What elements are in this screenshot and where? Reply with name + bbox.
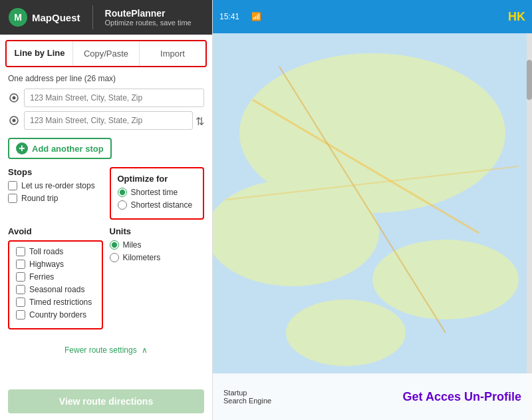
round-trip-row: Round trip [8, 194, 103, 203]
view-route-directions-button[interactable]: View route directions [8, 389, 204, 413]
map-signal-icon: 📶 [251, 12, 261, 21]
avoid-units-section: Avoid Toll roads Highways Ferries [8, 226, 204, 336]
header-divider [92, 5, 93, 29]
ferries-row: Ferries [16, 272, 95, 282]
fewer-settings-arrow: ∧ [142, 345, 148, 355]
ferries-checkbox[interactable] [16, 272, 25, 282]
optimize-column: Optimize for Shortest time Shortest dist… [110, 167, 205, 220]
mapquest-logo-icon: M [8, 7, 28, 27]
shortest-distance-label: Shortest distance [131, 200, 193, 210]
timed-restrictions-label: Timed restrictions [29, 298, 92, 307]
scrollbar-track [527, 33, 532, 420]
optimize-title: Optimize for [118, 174, 197, 184]
highways-row: Highways [16, 260, 95, 269]
panel-body: One address per line (26 max) [0, 67, 212, 389]
toll-roads-checkbox[interactable] [16, 247, 25, 256]
reorder-stops-label: Let us re-order stops [21, 181, 95, 190]
timed-restrictions-checkbox[interactable] [16, 298, 25, 307]
tab-import[interactable]: Import [140, 41, 205, 66]
destination-icon [8, 114, 20, 126]
toll-roads-row: Toll roads [16, 247, 95, 256]
swap-icon[interactable]: ⇅ [196, 115, 204, 128]
fewer-settings-label: Fewer route settings [65, 345, 137, 355]
map-bottom-left-text: Startup Search Engine [223, 389, 271, 405]
miles-label: Miles [123, 240, 142, 250]
tab-line-by-line[interactable]: Line by Line [7, 41, 73, 66]
left-panel: M MapQuest RoutePlanner Optimize routes,… [0, 0, 213, 420]
reorder-stops-checkbox[interactable] [8, 181, 17, 190]
timed-restrictions-row: Timed restrictions [16, 298, 95, 307]
avoid-box: Toll roads Highways Ferries Seasonal roa… [8, 240, 103, 329]
avoid-title: Avoid [8, 226, 103, 236]
route-planner-title: RoutePlanner [105, 8, 192, 19]
tabs-row: Line by Line Copy/Paste Import [7, 41, 205, 66]
toll-roads-label: Toll roads [29, 247, 63, 256]
ferries-label: Ferries [29, 272, 54, 282]
country-borders-label: Country borders [29, 310, 86, 319]
miles-row: Miles [110, 240, 205, 250]
seasonal-roads-row: Seasonal roads [16, 285, 95, 294]
two-col-section: Stops Let us re-order stops Round trip O… [8, 167, 204, 220]
shortest-distance-row: Shortest distance [118, 200, 197, 210]
seasonal-roads-checkbox[interactable] [16, 285, 25, 294]
kilometers-label: Kilometers [123, 253, 161, 262]
svg-text:M: M [14, 12, 22, 23]
stops-column: Stops Let us re-order stops Round trip [8, 167, 103, 220]
highways-checkbox[interactable] [16, 260, 25, 269]
add-stop-label: Add another stop [32, 144, 104, 154]
svg-point-3 [13, 97, 16, 100]
route-planner-area: RoutePlanner Optimize routes, save time [105, 8, 192, 27]
round-trip-checkbox[interactable] [8, 194, 17, 203]
miles-radio[interactable] [110, 240, 119, 250]
mapquest-brand-text: MapQuest [32, 12, 80, 23]
address-label: One address per line (26 max) [8, 74, 204, 83]
fewer-route-settings[interactable]: Fewer route settings ∧ [8, 343, 204, 357]
header: M MapQuest RoutePlanner Optimize routes,… [0, 0, 212, 35]
map-bottom-banner: Startup Search Engine Get Acces Un-Profi… [213, 373, 532, 420]
search-engine-text: Search Engine [223, 397, 271, 405]
map-top-banner: 15:41 📶 HK [213, 0, 532, 33]
tabs-wrapper: Line by Line Copy/Paste Import [5, 40, 207, 67]
map-background [213, 0, 532, 420]
highways-label: Highways [29, 260, 64, 269]
country-borders-checkbox[interactable] [16, 310, 25, 319]
units-column: Units Miles Kilometers [110, 226, 205, 336]
address-input-1[interactable] [24, 89, 204, 107]
shortest-distance-radio[interactable] [118, 200, 127, 210]
address-input-2[interactable] [24, 111, 193, 130]
kilometers-row: Kilometers [110, 253, 205, 262]
stops-title: Stops [8, 167, 103, 177]
get-access-text: Get Acces Un-Profile [403, 390, 521, 404]
seasonal-roads-label: Seasonal roads [29, 285, 84, 294]
svg-rect-14 [213, 0, 532, 420]
route-planner-subtitle: Optimize routes, save time [105, 19, 192, 27]
tab-copy-paste[interactable]: Copy/Paste [73, 41, 140, 66]
address-row-1 [8, 89, 204, 107]
plus-circle-icon: + [16, 142, 28, 154]
svg-point-5 [13, 119, 16, 122]
startup-text: Startup [223, 389, 271, 397]
shortest-time-row: Shortest time [118, 188, 197, 197]
round-trip-label: Round trip [21, 194, 58, 203]
kilometers-radio[interactable] [110, 253, 119, 262]
shortest-time-radio[interactable] [118, 188, 127, 197]
shortest-time-label: Shortest time [131, 188, 178, 197]
scrollbar-thumb[interactable] [527, 60, 532, 100]
address-row-2 [8, 111, 193, 130]
avoid-column: Avoid Toll roads Highways Ferries [8, 226, 103, 336]
units-title: Units [110, 226, 205, 236]
map-time-text: 15:41 [219, 12, 239, 21]
map-panel: 15:41 📶 HK Startup Search Engine Get Acc… [213, 0, 532, 420]
reorder-stops-row: Let us re-order stops [8, 181, 103, 190]
country-borders-row: Country borders [16, 310, 95, 319]
origin-icon [8, 92, 20, 104]
logo-area: M MapQuest [8, 7, 80, 27]
optimize-box: Optimize for Shortest time Shortest dist… [110, 167, 205, 220]
add-another-stop-button[interactable]: + Add another stop [8, 138, 112, 159]
map-location-text: HK [508, 10, 525, 24]
